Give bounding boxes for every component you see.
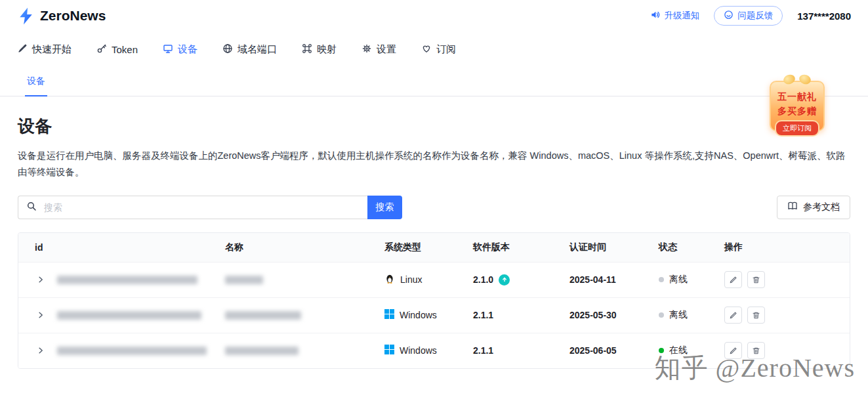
search-box: [18, 196, 367, 219]
nav-item-mapping[interactable]: 映射: [302, 43, 337, 56]
nav-item-subscription[interactable]: 订阅: [421, 43, 456, 56]
edit-device-button[interactable]: [724, 271, 742, 288]
headset-icon: [724, 10, 734, 22]
auth-time: 2025-05-30: [569, 310, 659, 320]
toolbar: 搜索 参考文档: [18, 196, 850, 219]
status-label: 离线: [669, 274, 688, 286]
promo-line-2: 多买多赠: [775, 104, 819, 119]
speaker-icon: [650, 10, 660, 22]
search-icon: [26, 201, 37, 214]
auth-time: 2025-04-11: [569, 274, 659, 285]
linux-penguin-icon: [384, 274, 395, 286]
edit-device-button[interactable]: [724, 342, 742, 359]
delete-device-button[interactable]: [747, 342, 765, 359]
nav-label: 快速开始: [32, 43, 72, 56]
key-icon: [96, 43, 107, 56]
search-button[interactable]: 搜索: [367, 196, 402, 219]
device-row: Windows 2.1.1 2025-05-30 离线: [18, 297, 850, 333]
account-phone[interactable]: 137****2080: [797, 11, 851, 22]
pen-icon: [17, 43, 28, 56]
devices-table: id 名称 系统类型 软件版本 认证时间 状态 操作: [18, 232, 850, 369]
nav-item-devices[interactable]: 设备: [163, 43, 197, 56]
main-nav: 快速开始 Token 设备 域名端口: [0, 32, 868, 68]
feedback-label: 问题反馈: [737, 10, 773, 22]
status-dot-offline: [659, 277, 664, 282]
gift-bow-icon: [782, 74, 812, 85]
col-header-os: 系统类型: [384, 242, 473, 253]
brand-name: ZeroNews: [40, 8, 106, 24]
reference-docs-button[interactable]: 参考文档: [777, 196, 850, 219]
col-header-id: id: [18, 242, 225, 253]
status-label: 离线: [669, 309, 688, 321]
upgrade-available-icon[interactable]: [499, 274, 510, 286]
feedback-button[interactable]: 问题反馈: [714, 6, 783, 26]
expand-row-button[interactable]: [35, 309, 47, 321]
nav-label: Token: [112, 44, 138, 55]
nav-label: 设备: [178, 43, 197, 56]
nav-label: 设置: [377, 43, 396, 56]
device-row: Windows 2.1.1 2025-06-05 在线: [18, 333, 850, 368]
device-name-redacted: [225, 311, 301, 320]
device-name-redacted: [225, 276, 263, 284]
col-header-version: 软件版本: [473, 242, 569, 253]
upgrade-notice-label: 升级通知: [664, 10, 699, 22]
reference-docs-label: 参考文档: [803, 202, 840, 213]
os-label: Windows: [400, 310, 437, 320]
search-input[interactable]: [43, 202, 360, 213]
subscribe-now-button[interactable]: 立即订阅: [775, 120, 819, 137]
nav-label: 域名端口: [238, 43, 277, 56]
device-id-redacted: [57, 311, 201, 320]
device-id-redacted: [57, 347, 207, 355]
version-label: 2.1.1: [473, 345, 493, 356]
page-description: 设备是运行在用户电脑、服务器及终端设备上的ZeroNews客户端程序，默认使用主…: [18, 148, 850, 181]
monitor-icon: [163, 43, 173, 56]
zeronews-logo-icon: [17, 7, 35, 25]
main-content: 设备 设备是运行在用户电脑、服务器及终端设备上的ZeroNews客户端程序，默认…: [0, 115, 868, 369]
expand-row-button[interactable]: [35, 345, 47, 356]
book-icon: [787, 201, 798, 213]
windows-logo-icon: [384, 309, 394, 321]
top-right: 升级通知 问题反馈 137****2080: [650, 6, 851, 26]
promo-body: 五一献礼 多买多赠 立即订阅: [770, 81, 825, 131]
nav-item-domain-ports[interactable]: 域名端口: [222, 43, 277, 56]
sub-tab-bar: 设备: [0, 68, 868, 96]
auth-time: 2025-06-05: [569, 345, 659, 356]
col-header-name: 名称: [225, 242, 384, 253]
expand-row-button[interactable]: [35, 274, 47, 286]
device-row: Linux 2.1.0 2025-04-11 离线: [18, 262, 850, 297]
os-label: Windows: [400, 345, 437, 356]
delete-device-button[interactable]: [747, 271, 765, 288]
device-name-redacted: [225, 347, 299, 355]
page-title: 设备: [18, 115, 850, 138]
col-header-status: 状态: [659, 242, 724, 253]
nav-label: 映射: [317, 43, 337, 56]
nav-label: 订阅: [436, 43, 456, 56]
version-label: 2.1.0: [473, 274, 493, 285]
table-header-row: id 名称 系统类型 软件版本 认证时间 状态 操作: [18, 233, 850, 262]
status-label: 在线: [669, 345, 688, 356]
nav-item-settings[interactable]: 设置: [362, 43, 396, 56]
col-header-auth-time: 认证时间: [569, 242, 659, 253]
windows-logo-icon: [384, 345, 394, 356]
edit-device-button[interactable]: [724, 307, 742, 324]
sub-tab-devices[interactable]: 设备: [25, 75, 47, 96]
brand[interactable]: ZeroNews: [17, 7, 106, 25]
device-id-redacted: [57, 276, 197, 284]
gear-icon: [362, 43, 372, 56]
delete-device-button[interactable]: [747, 307, 765, 324]
globe-icon: [222, 43, 233, 56]
version-label: 2.1.1: [473, 310, 493, 320]
upgrade-notice-link[interactable]: 升级通知: [650, 10, 699, 22]
status-dot-offline: [659, 312, 664, 318]
nav-item-quick-start[interactable]: 快速开始: [17, 43, 72, 56]
search-group: 搜索: [18, 196, 402, 219]
status-dot-online: [659, 348, 664, 353]
command-icon: [302, 43, 312, 56]
promo-gift-badge: 五一献礼 多买多赠 立即订阅: [770, 74, 825, 131]
nav-item-token[interactable]: Token: [96, 43, 138, 56]
top-bar: ZeroNews 升级通知 问题反馈 137****2080: [0, 0, 868, 32]
heart-icon: [421, 43, 432, 56]
col-header-operations: 操作: [724, 242, 850, 253]
os-label: Linux: [400, 274, 422, 285]
promo-line-1: 五一献礼: [775, 90, 819, 104]
